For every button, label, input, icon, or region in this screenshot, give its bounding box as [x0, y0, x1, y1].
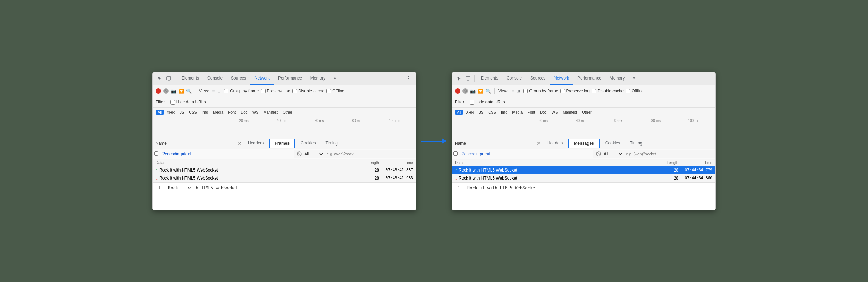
offline-checkbox-right[interactable] — [626, 89, 630, 93]
type-media-left[interactable]: Media — [211, 110, 225, 115]
right-ws-filter-row: All Send Receive — [593, 150, 715, 158]
group-by-frame-checkbox-left[interactable] — [224, 89, 228, 93]
record-button-left[interactable] — [156, 88, 161, 94]
tab-sources-left[interactable]: Sources — [227, 72, 250, 85]
right-msg-header: Data Length Time — [452, 159, 715, 166]
right-req-checkbox[interactable] — [452, 151, 459, 157]
tab-console-right[interactable]: Console — [502, 72, 526, 85]
device-icon-right[interactable] — [464, 74, 472, 83]
disable-cache-left[interactable]: Disable cache — [292, 89, 324, 93]
left-msg-row-2[interactable]: ↓ Rock it with HTML5 WebSocket 28 07:43:… — [153, 174, 416, 182]
type-ws-right[interactable]: WS — [550, 110, 560, 115]
disable-cache-right[interactable]: Disable cache — [592, 89, 624, 93]
tab-more-right[interactable]: » — [629, 72, 640, 85]
type-ws-left[interactable]: WS — [250, 110, 261, 115]
tab-elements-right[interactable]: Elements — [477, 72, 502, 85]
type-js-left[interactable]: JS — [177, 110, 186, 115]
group-by-frame-checkbox-right[interactable] — [523, 89, 528, 93]
left-request-row[interactable]: ?encoding=text All Send Receive — [153, 149, 416, 159]
type-xhr-right[interactable]: XHR — [464, 110, 476, 115]
type-media-right[interactable]: Media — [510, 110, 525, 115]
preserve-log-checkbox-right[interactable] — [560, 89, 565, 93]
group-by-frame-right[interactable]: Group by frame — [523, 89, 558, 93]
left-msg-row-1[interactable]: ↑ Rock it with HTML5 WebSocket 28 07:43:… — [153, 166, 416, 174]
ws-tab-cookies-left[interactable]: Cookies — [296, 138, 320, 149]
ws-tab-headers-right[interactable]: Headers — [542, 138, 568, 149]
tab-performance-right[interactable]: Performance — [573, 72, 606, 85]
right-request-row[interactable]: ?encoding=text All Send Receive — [452, 149, 715, 159]
type-doc-left[interactable]: Doc — [239, 110, 250, 115]
hide-data-urls-checkbox-left[interactable] — [170, 100, 175, 105]
type-other-left[interactable]: Other — [281, 110, 294, 115]
msg-data-right-1: Rock it with HTML5 WebSocket — [459, 168, 660, 173]
offline-left[interactable]: Offline — [326, 89, 344, 93]
type-img-left[interactable]: Img — [200, 110, 210, 115]
hide-data-urls-checkbox-right[interactable] — [470, 100, 474, 105]
stop-button-right[interactable] — [462, 88, 468, 94]
ws-tab-headers-left[interactable]: Headers — [243, 138, 268, 149]
offline-checkbox-left[interactable] — [326, 89, 331, 93]
camera-icon-left[interactable]: 📷 — [171, 89, 176, 94]
camera-icon-right[interactable]: 📷 — [470, 89, 476, 94]
type-img-right[interactable]: Img — [499, 110, 509, 115]
ws-filter-input-left[interactable] — [327, 152, 413, 156]
preserve-log-label-left: Preserve log — [267, 89, 290, 93]
search-icon-right[interactable]: 🔍 — [485, 89, 491, 94]
filter-icon-left[interactable]: 🔽 — [178, 89, 184, 94]
right-msg-row-1[interactable]: ↑ Rock it with HTML5 WebSocket 28 07:44:… — [452, 166, 715, 174]
type-xhr-left[interactable]: XHR — [165, 110, 177, 115]
preserve-log-left[interactable]: Preserve log — [261, 89, 290, 93]
hide-data-urls-right[interactable]: Hide data URLs — [470, 100, 505, 105]
type-other-right[interactable]: Other — [580, 110, 594, 115]
tab-console-left[interactable]: Console — [203, 72, 227, 85]
type-doc-right[interactable]: Doc — [538, 110, 549, 115]
type-all-right[interactable]: All — [455, 110, 463, 115]
cursor-icon-right[interactable] — [455, 74, 463, 83]
tab-sources-right[interactable]: Sources — [526, 72, 550, 85]
type-css-left[interactable]: CSS — [187, 110, 199, 115]
waterfall-view-icon-left[interactable]: ⊞ — [216, 88, 222, 94]
stop-button-left[interactable] — [163, 88, 169, 94]
tab-network-right[interactable]: Network — [550, 72, 573, 85]
hide-data-urls-left[interactable]: Hide data URLs — [170, 100, 206, 105]
ws-filter-select-right[interactable]: All Send Receive — [602, 151, 623, 156]
ws-tab-frames-left[interactable]: Frames — [269, 139, 295, 148]
preserve-log-checkbox-left[interactable] — [261, 89, 266, 93]
ws-filter-select-left[interactable]: All Send Receive — [303, 151, 324, 156]
kebab-menu-left[interactable]: ⋮ — [404, 75, 413, 82]
list-view-icon-right[interactable]: ≡ — [510, 88, 515, 94]
group-by-frame-left[interactable]: Group by frame — [224, 89, 259, 93]
tab-memory-right[interactable]: Memory — [606, 72, 629, 85]
waterfall-view-icon-right[interactable]: ⊞ — [516, 88, 521, 94]
tab-elements-left[interactable]: Elements — [177, 72, 203, 85]
tab-performance-left[interactable]: Performance — [274, 72, 306, 85]
type-font-left[interactable]: Font — [226, 110, 238, 115]
preserve-log-right[interactable]: Preserve log — [560, 89, 590, 93]
ws-tab-timing-right[interactable]: Timing — [625, 138, 647, 149]
filter-icon-right[interactable]: 🔽 — [478, 89, 483, 94]
device-icon[interactable] — [165, 74, 173, 83]
disable-cache-checkbox-right[interactable] — [592, 89, 596, 93]
cursor-icon[interactable] — [156, 74, 164, 83]
tab-memory-left[interactable]: Memory — [306, 72, 329, 85]
ws-filter-input-right[interactable] — [626, 152, 712, 156]
list-view-icon-left[interactable]: ≡ — [211, 88, 216, 94]
type-manifest-right[interactable]: Manifest — [561, 110, 579, 115]
right-msg-row-2[interactable]: ↓ Rock it with HTML5 WebSocket 28 07:44:… — [452, 174, 715, 182]
type-css-right[interactable]: CSS — [486, 110, 498, 115]
tab-more-left[interactable]: » — [329, 72, 340, 85]
type-all-left[interactable]: All — [156, 110, 164, 115]
offline-right[interactable]: Offline — [626, 89, 643, 93]
ws-tab-cookies-right[interactable]: Cookies — [600, 138, 625, 149]
search-icon-left[interactable]: 🔍 — [186, 89, 192, 94]
kebab-menu-right[interactable]: ⋮ — [703, 75, 712, 82]
type-manifest-left[interactable]: Manifest — [261, 110, 280, 115]
record-button-right[interactable] — [455, 88, 460, 94]
tab-network-left[interactable]: Network — [250, 72, 274, 85]
disable-cache-checkbox-left[interactable] — [292, 89, 297, 93]
ws-tab-timing-left[interactable]: Timing — [320, 138, 343, 149]
type-font-right[interactable]: Font — [525, 110, 537, 115]
type-js-right[interactable]: JS — [477, 110, 485, 115]
ws-tab-messages-right[interactable]: Messages — [568, 139, 599, 148]
left-req-checkbox[interactable] — [153, 151, 160, 157]
